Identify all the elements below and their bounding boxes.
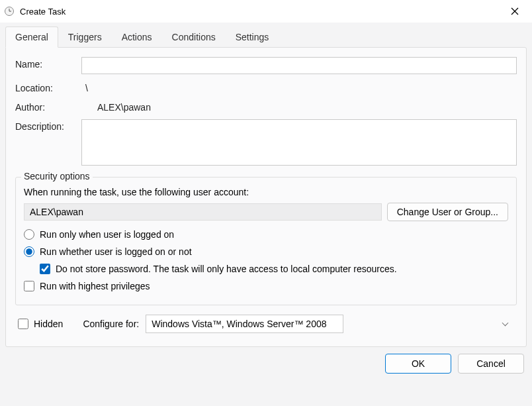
radio-logged-on-label: Run only when user is logged on	[40, 229, 174, 240]
change-user-button[interactable]: Change User or Group...	[387, 203, 508, 221]
hidden-checkbox[interactable]	[18, 319, 28, 329]
configure-for-select-wrap: Windows Vista™, Windows Server™ 2008	[146, 315, 514, 333]
label-location: Location:	[15, 81, 81, 93]
label-configure-for: Configure for:	[83, 319, 139, 329]
dialog-buttons: OK Cancel	[5, 354, 527, 374]
name-input[interactable]	[81, 57, 517, 74]
row-author: Author: ALEX\pawan	[15, 100, 517, 113]
account-row: ALEX\pawan Change User or Group...	[24, 203, 508, 221]
do-not-store-checkbox[interactable]	[40, 264, 50, 274]
radio-logged-or-not-label: Run whether user is logged on or not	[40, 246, 192, 257]
hidden-row[interactable]: Hidden	[18, 319, 63, 329]
window-title: Create Task	[20, 7, 502, 17]
account-display: ALEX\pawan	[24, 203, 382, 221]
radio-logged-or-not-row[interactable]: Run whether user is logged on or not	[24, 246, 508, 257]
tab-strip: General Triggers Actions Conditions Sett…	[5, 26, 527, 47]
author-value: ALEX\pawan	[81, 100, 517, 113]
hidden-label: Hidden	[34, 319, 63, 329]
tab-conditions[interactable]: Conditions	[162, 26, 226, 47]
row-location: Location: \	[15, 81, 517, 93]
label-author: Author:	[15, 100, 81, 113]
close-button[interactable]	[502, 1, 528, 21]
do-not-store-row[interactable]: Do not store password. The task will onl…	[40, 264, 508, 274]
security-legend: Security options	[21, 171, 93, 181]
bottom-row: Hidden Configure for: Windows Vista™, Wi…	[15, 311, 517, 337]
row-description: Description:	[15, 119, 517, 168]
ok-button[interactable]: OK	[385, 354, 451, 374]
highest-priv-row[interactable]: Run with highest privileges	[24, 281, 508, 291]
location-value: \	[81, 81, 517, 93]
label-name: Name:	[15, 57, 81, 70]
description-input[interactable]	[81, 119, 517, 166]
radio-logged-on[interactable]	[24, 229, 34, 240]
do-not-store-label: Do not store password. The task will onl…	[56, 264, 397, 274]
highest-priv-checkbox[interactable]	[24, 281, 34, 291]
security-desc: When running the task, use the following…	[24, 187, 508, 197]
cancel-button[interactable]: Cancel	[458, 354, 524, 374]
dialog-body: General Triggers Actions Conditions Sett…	[0, 23, 532, 406]
tab-general[interactable]: General	[5, 26, 58, 48]
label-description: Description:	[15, 119, 81, 132]
radio-logged-on-row[interactable]: Run only when user is logged on	[24, 229, 508, 240]
row-name: Name:	[15, 57, 517, 74]
radio-logged-or-not[interactable]	[24, 246, 34, 257]
security-options-group: Security options When running the task, …	[15, 177, 517, 305]
titlebar: Create Task	[0, 0, 532, 23]
highest-priv-label: Run with highest privileges	[40, 281, 150, 291]
tab-settings[interactable]: Settings	[226, 26, 279, 47]
clock-icon	[4, 6, 15, 17]
tab-actions[interactable]: Actions	[112, 26, 162, 47]
tab-panel-general: Name: Location: \ Author: ALEX\pawan Des…	[5, 47, 527, 347]
tab-triggers[interactable]: Triggers	[58, 26, 112, 47]
close-icon	[511, 7, 519, 15]
configure-for-select[interactable]: Windows Vista™, Windows Server™ 2008	[146, 315, 343, 333]
